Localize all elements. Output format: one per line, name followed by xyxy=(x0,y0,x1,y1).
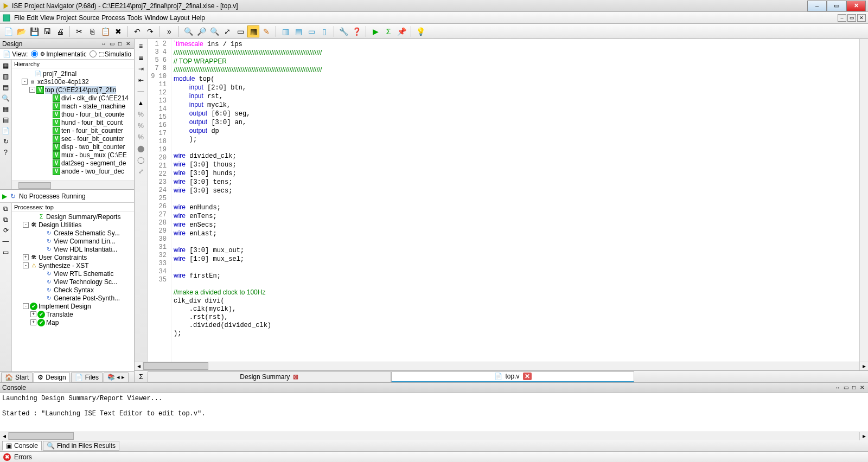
tree-row[interactable]: -✔Implement Design xyxy=(12,302,134,310)
tree-row[interactable]: 📄proj7_2final xyxy=(12,69,134,78)
tree-row[interactable]: ↻Create Schematic Sy... xyxy=(12,229,134,237)
refresh-icon[interactable]: ↻ xyxy=(10,193,16,200)
ed-btn-5[interactable]: — xyxy=(136,87,146,97)
window-ver-button[interactable]: ▯ xyxy=(318,25,330,37)
run-icon[interactable]: ▶ xyxy=(2,193,7,200)
tree-row[interactable]: ↻View Technology Sc... xyxy=(12,278,134,286)
tree-row[interactable]: +✔Translate xyxy=(12,310,134,318)
menu-project[interactable]: Project xyxy=(56,14,76,22)
tree-row[interactable]: ↻View HDL Instantiati... xyxy=(12,245,134,253)
zoom-fit-button[interactable]: ⤢ xyxy=(221,25,233,37)
code-area[interactable]: `timescale 1ns / 1ps ///////////////////… xyxy=(171,39,859,362)
window-cascade-button[interactable]: ▤ xyxy=(292,25,304,37)
tree-row[interactable]: Vdisp - two_bit_counter xyxy=(12,143,134,151)
editor-hscroll[interactable]: ◂▸ xyxy=(135,362,868,370)
ed-btn-4[interactable]: ⇤ xyxy=(136,75,146,85)
ed-btn-7[interactable]: % xyxy=(136,110,146,119)
doc-tab-sigma-icon[interactable]: Σ xyxy=(135,373,148,381)
open-button[interactable]: 📂 xyxy=(15,25,27,37)
viewbar-icon[interactable]: 📄 xyxy=(2,49,11,59)
tab-more[interactable]: 📚 ◂ ▸ xyxy=(104,373,129,382)
tree-row[interactable]: Vten - four_bit_counter xyxy=(12,126,134,134)
view-sim-radio[interactable] xyxy=(90,50,97,57)
mdi-restore-button[interactable]: ▭ xyxy=(847,14,856,22)
ed-btn-8[interactable]: % xyxy=(136,121,146,131)
proc-btn-1[interactable]: ⧉ xyxy=(1,204,11,214)
ed-btn-1[interactable]: ≡ xyxy=(136,41,146,51)
tree-row[interactable]: Vanode - two_four_dec xyxy=(12,167,134,175)
console-output[interactable]: Launching Design Summary/Report Viewer..… xyxy=(0,393,868,432)
highlight-button[interactable]: ▦ xyxy=(247,25,259,37)
proc-btn-5[interactable]: ▭ xyxy=(1,247,11,257)
tab-start[interactable]: 🏠Start xyxy=(1,373,33,382)
ed-btn-12[interactable]: ⤢ xyxy=(136,166,146,176)
tree-row[interactable]: -🛠Design Utilities xyxy=(12,221,134,229)
tree-row[interactable]: -⧈xc3s100e-4cp132 xyxy=(12,78,134,86)
console-move-icon[interactable]: ↔ xyxy=(834,384,841,392)
ed-btn-11[interactable]: ◯ xyxy=(136,155,146,165)
tree-row[interactable]: Vdat2seg - segment_de xyxy=(12,159,134,167)
console-tab-find[interactable]: 🔍Find in Files Results xyxy=(43,441,119,451)
ed-btn-9[interactable]: % xyxy=(136,132,146,142)
find-button[interactable]: 🔍 xyxy=(182,25,194,37)
hier-btn-2[interactable]: ▥ xyxy=(1,72,11,81)
window-hor-button[interactable]: ▭ xyxy=(305,25,317,37)
panel-float-icon[interactable]: ▭ xyxy=(108,40,116,48)
print-button[interactable]: 🖨 xyxy=(54,25,66,37)
panel-close-icon[interactable]: ✕ xyxy=(124,40,132,48)
window-maximize-button[interactable]: ▭ xyxy=(827,1,846,11)
menu-view[interactable]: View xyxy=(40,14,54,22)
hier-btn-8[interactable]: ↻ xyxy=(1,137,11,146)
menu-file[interactable]: File xyxy=(14,14,24,22)
tree-row[interactable]: Vdivi - clk_div (C:\EE214 xyxy=(12,94,134,102)
tree-row[interactable]: Vmux - bus_mux (C:\EE xyxy=(12,151,134,159)
editor-vscroll[interactable] xyxy=(859,39,868,362)
tree-row[interactable]: ΣDesign Summary/Reports xyxy=(12,213,134,221)
zoom-area-button[interactable]: ▭ xyxy=(234,25,246,37)
delete-button[interactable]: ✖ xyxy=(112,25,124,37)
tab-files[interactable]: 📄Files xyxy=(71,373,103,382)
hier-btn-4[interactable]: 🔍 xyxy=(1,93,11,103)
hier-btn-9[interactable]: ? xyxy=(1,147,11,157)
zoom-in-button[interactable]: 🔎 xyxy=(195,25,207,37)
error-icon[interactable]: ✖ xyxy=(3,453,11,461)
window-minimize-button[interactable]: – xyxy=(807,1,827,11)
ed-btn-3[interactable]: ⇥ xyxy=(136,64,146,74)
close-icon[interactable]: ⊠ xyxy=(293,373,298,381)
tree-row[interactable]: ↻Generate Post-Synth... xyxy=(12,294,134,302)
mdi-minimize-button[interactable]: – xyxy=(838,14,846,22)
tree-row[interactable]: -Vtop (C:\EE214\proj7_2fin xyxy=(12,86,134,94)
redo-button[interactable]: ↷ xyxy=(144,25,156,37)
proc-btn-3[interactable]: ⟳ xyxy=(1,226,11,235)
tips-button[interactable]: 💡 xyxy=(414,25,426,37)
hierarchy-tree[interactable]: 📄proj7_2final-⧈xc3s100e-4cp132-Vtop (C:\… xyxy=(12,68,134,181)
marker-button[interactable]: ✎ xyxy=(260,25,272,37)
run-pin-button[interactable]: 📌 xyxy=(395,25,407,37)
processes-tree[interactable]: ΣDesign Summary/Reports-🛠Design Utilitie… xyxy=(12,211,134,371)
close-icon[interactable]: ✕ xyxy=(523,373,532,380)
menu-window[interactable]: Window xyxy=(145,14,168,22)
save-all-button[interactable]: 🖫 xyxy=(41,25,53,37)
panel-maximize-icon[interactable]: □ xyxy=(116,40,124,48)
new-button[interactable]: 📄 xyxy=(2,25,14,37)
doc-tab-topv[interactable]: 📄 top.v ✕ xyxy=(391,371,635,382)
zoom-out-button[interactable]: 🔍 xyxy=(208,25,220,37)
tree-row[interactable]: Vsec - four_bit_counter xyxy=(12,134,134,143)
ed-btn-2[interactable]: ≣ xyxy=(136,53,146,62)
save-button[interactable]: 💾 xyxy=(28,25,40,37)
help-context-button[interactable]: ❓ xyxy=(350,25,362,37)
cut-button[interactable]: ✂ xyxy=(73,25,85,37)
doc-tab-design-summary[interactable]: Design Summary ⊠ xyxy=(148,371,391,382)
hierarchy-scrollbar[interactable] xyxy=(12,181,134,189)
panel-move-icon[interactable]: ↔ xyxy=(100,40,107,48)
menu-process[interactable]: Process xyxy=(101,14,125,22)
tree-row[interactable]: Vthou - four_bit_counte xyxy=(12,110,134,118)
window-tile-button[interactable]: ▥ xyxy=(279,25,291,37)
tree-row[interactable]: +🛠User Constraints xyxy=(12,253,134,261)
proc-btn-2[interactable]: ⧉ xyxy=(1,215,11,224)
menu-layout[interactable]: Layout xyxy=(170,14,189,22)
menu-tools[interactable]: Tools xyxy=(127,14,143,22)
hier-btn-1[interactable]: ▦ xyxy=(1,61,11,70)
toolbar-overflow-button[interactable]: » xyxy=(163,25,175,37)
tree-row[interactable]: Vmach - state_machine xyxy=(12,102,134,110)
